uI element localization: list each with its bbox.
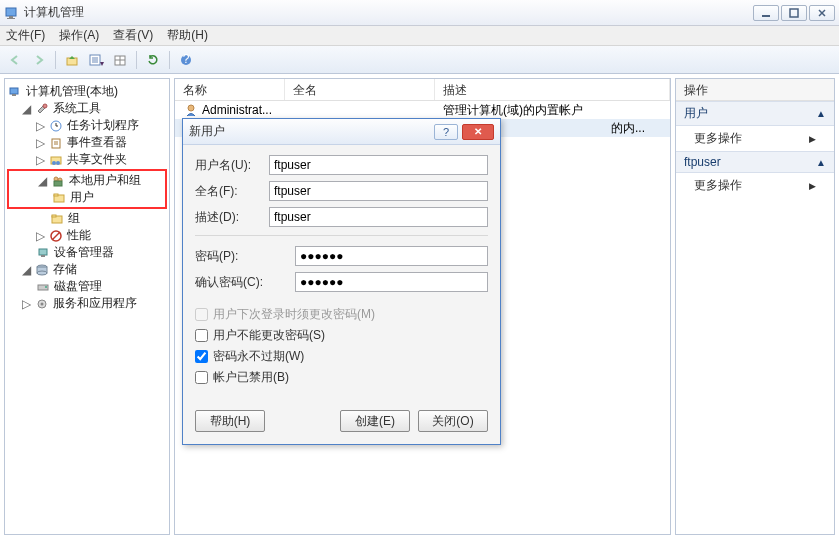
expander-icon[interactable]: ▷ [35, 137, 46, 148]
check-must-change: 用户下次登录时须更改密码(M) [195, 306, 488, 323]
svg-point-19 [43, 104, 47, 108]
tree-local-users-groups[interactable]: ◢ 本地用户和组 [9, 172, 165, 189]
svg-rect-2 [7, 18, 15, 19]
menu-help[interactable]: 帮助(H) [167, 27, 208, 44]
list-pane: 名称 全名 描述 Administrat... 管理计算机(域)的内置帐户 的内… [174, 78, 671, 535]
password-input[interactable] [295, 246, 488, 266]
actions-section-ftpuser[interactable]: ftpuser ▲ [676, 151, 834, 173]
tree-storage[interactable]: ◢ 存储 [7, 261, 167, 278]
fullname-input[interactable] [269, 181, 488, 201]
toolbar-separator [169, 51, 170, 69]
menu-bar: 文件(F) 操作(A) 查看(V) 帮助(H) [0, 26, 839, 46]
svg-rect-39 [41, 255, 45, 257]
tree-shared-folders[interactable]: ▷ 共享文件夹 [7, 151, 167, 168]
folder-icon [51, 190, 67, 206]
svg-rect-17 [10, 88, 18, 94]
tree-label: 服务和应用程序 [53, 295, 137, 312]
actions-more-users[interactable]: 更多操作 ▶ [676, 126, 834, 151]
check-disabled[interactable]: 帐户已禁用(B) [195, 369, 488, 386]
back-button[interactable] [4, 49, 26, 71]
svg-point-42 [37, 271, 47, 275]
create-button[interactable]: 创建(E) [340, 410, 410, 432]
tree-root[interactable]: 计算机管理(本地) [7, 83, 167, 100]
storage-icon [34, 262, 50, 278]
close-button[interactable]: 关闭(O) [418, 410, 488, 432]
cell-description: 管理计算机(域)的内置帐户 [435, 101, 670, 120]
help-button[interactable]: 帮助(H) [195, 410, 265, 432]
tree-services-apps[interactable]: ▷ 服务和应用程序 [7, 295, 167, 312]
expander-icon[interactable]: ▷ [35, 154, 46, 165]
tree-label: 共享文件夹 [67, 151, 127, 168]
svg-rect-7 [67, 58, 77, 65]
dialog-help-button[interactable]: ? [434, 124, 458, 140]
expander-icon[interactable]: ▷ [35, 120, 46, 131]
action-label: 更多操作 [694, 130, 742, 147]
dialog-titlebar[interactable]: 新用户 ? ✕ [183, 119, 500, 145]
computer-icon [7, 84, 23, 100]
never-expires-checkbox[interactable] [195, 350, 208, 363]
tree-device-manager[interactable]: 设备管理器 [7, 244, 167, 261]
svg-rect-4 [790, 9, 798, 17]
cannot-change-checkbox[interactable] [195, 329, 208, 342]
window-titlebar: 计算机管理 [0, 0, 839, 26]
expander-icon[interactable]: ▷ [21, 298, 32, 309]
expander-icon[interactable]: ◢ [21, 264, 32, 275]
tree-performance[interactable]: ▷ 性能 [7, 227, 167, 244]
description-input[interactable] [269, 207, 488, 227]
expander-icon[interactable]: ◢ [37, 175, 48, 186]
menu-action[interactable]: 操作(A) [59, 27, 99, 44]
svg-rect-1 [9, 16, 13, 18]
actions-more-ftpuser[interactable]: 更多操作 ▶ [676, 173, 834, 198]
check-never-expires[interactable]: 密码永不过期(W) [195, 348, 488, 365]
disabled-checkbox[interactable] [195, 371, 208, 384]
col-fullname[interactable]: 全名 [285, 79, 435, 100]
check-cannot-change[interactable]: 用户不能更改密码(S) [195, 327, 488, 344]
actions-section-users[interactable]: 用户 ▲ [676, 101, 834, 126]
tree-pane: 计算机管理(本地) ◢ 系统工具 ▷ 任务计划程序 ▷ 事件查看器 ▷ 共享文件… [4, 78, 170, 535]
svg-rect-35 [52, 215, 56, 217]
tree-groups[interactable]: 组 [7, 210, 167, 227]
list-row[interactable]: Administrat... 管理计算机(域)的内置帐户 [175, 101, 670, 119]
forward-button[interactable] [28, 49, 50, 71]
submenu-icon: ▶ [809, 134, 816, 144]
toolbar-separator [55, 51, 56, 69]
confirm-input[interactable] [295, 272, 488, 292]
window-title: 计算机管理 [24, 4, 753, 21]
username-input[interactable] [269, 155, 488, 175]
close-button[interactable] [809, 5, 835, 21]
col-name[interactable]: 名称 [175, 79, 285, 100]
export-list-button[interactable] [109, 49, 131, 71]
col-description[interactable]: 描述 [435, 79, 670, 100]
properties-button[interactable] [85, 49, 107, 71]
button-label: 帮助(H) [210, 413, 251, 430]
tree-disk-management[interactable]: 磁盘管理 [7, 278, 167, 295]
tree-system-tools[interactable]: ◢ 系统工具 [7, 100, 167, 117]
menu-view[interactable]: 查看(V) [113, 27, 153, 44]
dialog-close-button[interactable]: ✕ [462, 124, 494, 140]
users-groups-icon [50, 173, 66, 189]
menu-file[interactable]: 文件(F) [6, 27, 45, 44]
expander-icon[interactable]: ◢ [21, 103, 32, 114]
svg-point-44 [45, 286, 47, 288]
minimize-button[interactable] [753, 5, 779, 21]
tree-label: 组 [68, 210, 80, 227]
section-label: 用户 [684, 105, 708, 122]
svg-point-27 [52, 161, 56, 165]
collapse-icon: ▲ [816, 157, 826, 168]
svg-rect-0 [6, 8, 16, 16]
tree-task-scheduler[interactable]: ▷ 任务计划程序 [7, 117, 167, 134]
up-button[interactable] [61, 49, 83, 71]
svg-rect-3 [762, 15, 770, 17]
disk-icon [35, 279, 51, 295]
tools-icon [34, 101, 50, 117]
folder-icon [49, 211, 65, 227]
username-label: 用户名(U): [195, 157, 269, 174]
tree-users[interactable]: 用户 [9, 189, 165, 206]
expander-icon[interactable]: ▷ [35, 230, 46, 241]
refresh-button[interactable] [142, 49, 164, 71]
dialog-title: 新用户 [189, 123, 434, 140]
password-label: 密码(P): [195, 248, 295, 265]
tree-event-viewer[interactable]: ▷ 事件查看器 [7, 134, 167, 151]
help-button[interactable]: ? [175, 49, 197, 71]
maximize-button[interactable] [781, 5, 807, 21]
